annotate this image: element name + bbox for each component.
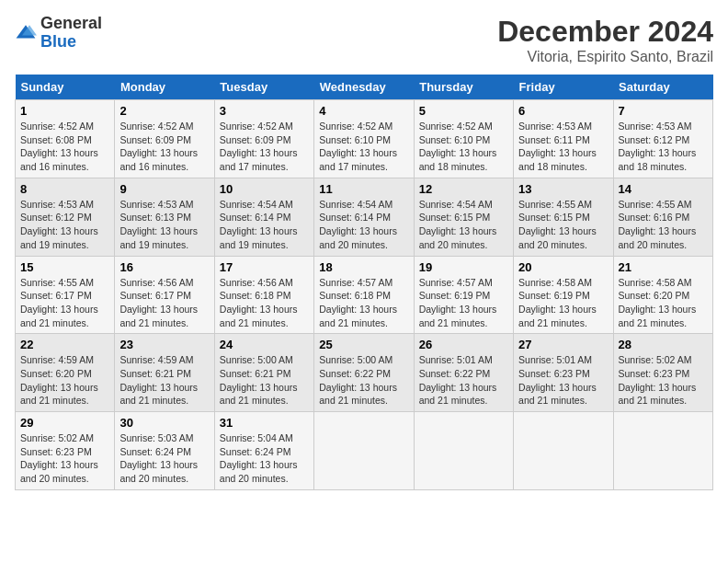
table-row: 28 Sunrise: 5:02 AM Sunset: 6:23 PM Dayl… xyxy=(613,334,712,412)
table-row: 7 Sunrise: 4:53 AM Sunset: 6:12 PM Dayli… xyxy=(613,100,712,178)
day-number: 8 xyxy=(20,182,109,196)
day-info: Sunrise: 4:57 AM Sunset: 6:19 PM Dayligh… xyxy=(419,277,497,328)
day-number: 18 xyxy=(319,260,408,274)
day-info: Sunrise: 4:52 AM Sunset: 6:10 PM Dayligh… xyxy=(319,121,397,172)
day-number: 9 xyxy=(119,182,209,196)
location: Vitoria, Espirito Santo, Brazil xyxy=(497,49,713,65)
table-row: 27 Sunrise: 5:01 AM Sunset: 6:23 PM Dayl… xyxy=(514,334,613,412)
day-number: 14 xyxy=(619,182,708,196)
day-number: 26 xyxy=(419,338,508,351)
table-row: 29 Sunrise: 5:02 AM Sunset: 6:23 PM Dayl… xyxy=(16,412,115,490)
day-number: 6 xyxy=(518,104,608,118)
day-info: Sunrise: 4:52 AM Sunset: 6:09 PM Dayligh… xyxy=(119,121,198,172)
table-row: 23 Sunrise: 4:59 AM Sunset: 6:21 PM Dayl… xyxy=(115,334,214,412)
day-info: Sunrise: 5:00 AM Sunset: 6:21 PM Dayligh… xyxy=(220,354,298,406)
day-number: 19 xyxy=(419,260,508,274)
table-row: 18 Sunrise: 4:57 AM Sunset: 6:18 PM Dayl… xyxy=(314,256,414,334)
logo-icon xyxy=(15,22,37,44)
header-thursday: Thursday xyxy=(414,75,513,100)
day-info: Sunrise: 4:52 AM Sunset: 6:09 PM Dayligh… xyxy=(220,121,298,172)
day-number: 10 xyxy=(220,182,309,196)
header-monday: Monday xyxy=(115,75,214,100)
table-row: 13 Sunrise: 4:55 AM Sunset: 6:15 PM Dayl… xyxy=(514,178,613,256)
day-info: Sunrise: 4:57 AM Sunset: 6:18 PM Dayligh… xyxy=(319,277,397,328)
logo: General Blue xyxy=(15,15,102,52)
table-row: 3 Sunrise: 4:52 AM Sunset: 6:09 PM Dayli… xyxy=(214,100,313,178)
title-block: December 2024 Vitoria, Espirito Santo, B… xyxy=(497,15,713,65)
day-number: 30 xyxy=(119,416,209,430)
day-info: Sunrise: 5:02 AM Sunset: 6:23 PM Dayligh… xyxy=(20,432,98,484)
table-row: 22 Sunrise: 4:59 AM Sunset: 6:20 PM Dayl… xyxy=(16,334,115,412)
day-number: 1 xyxy=(20,104,109,118)
day-info: Sunrise: 5:04 AM Sunset: 6:24 PM Dayligh… xyxy=(220,432,298,484)
day-info: Sunrise: 4:56 AM Sunset: 6:18 PM Dayligh… xyxy=(220,277,298,328)
logo-blue-text: Blue xyxy=(40,32,76,51)
table-row: 6 Sunrise: 4:53 AM Sunset: 6:11 PM Dayli… xyxy=(514,100,613,178)
day-info: Sunrise: 5:02 AM Sunset: 6:23 PM Dayligh… xyxy=(619,354,697,406)
table-row: 12 Sunrise: 4:54 AM Sunset: 6:15 PM Dayl… xyxy=(414,178,513,256)
day-info: Sunrise: 4:55 AM Sunset: 6:16 PM Dayligh… xyxy=(619,199,697,250)
calendar-header-row: Sunday Monday Tuesday Wednesday Thursday… xyxy=(16,75,713,100)
month-title: December 2024 xyxy=(497,15,713,49)
calendar-week-row: 15 Sunrise: 4:55 AM Sunset: 6:17 PM Dayl… xyxy=(16,256,713,334)
day-info: Sunrise: 4:56 AM Sunset: 6:17 PM Dayligh… xyxy=(119,277,198,328)
day-number: 21 xyxy=(619,260,708,274)
day-info: Sunrise: 5:03 AM Sunset: 6:24 PM Dayligh… xyxy=(119,432,198,484)
table-row: 9 Sunrise: 4:53 AM Sunset: 6:13 PM Dayli… xyxy=(115,178,214,256)
header-sunday: Sunday xyxy=(16,75,115,100)
day-number: 27 xyxy=(518,338,608,351)
day-info: Sunrise: 5:00 AM Sunset: 6:22 PM Dayligh… xyxy=(319,354,397,406)
table-row: 19 Sunrise: 4:57 AM Sunset: 6:19 PM Dayl… xyxy=(414,256,513,334)
day-info: Sunrise: 4:54 AM Sunset: 6:15 PM Dayligh… xyxy=(419,199,497,250)
table-row: 11 Sunrise: 4:54 AM Sunset: 6:14 PM Dayl… xyxy=(314,178,414,256)
day-number: 11 xyxy=(319,182,408,196)
header-wednesday: Wednesday xyxy=(314,75,414,100)
day-number: 7 xyxy=(619,104,708,118)
header-saturday: Saturday xyxy=(613,75,712,100)
header-tuesday: Tuesday xyxy=(214,75,313,100)
table-row: 24 Sunrise: 5:00 AM Sunset: 6:21 PM Dayl… xyxy=(214,334,313,412)
day-info: Sunrise: 4:55 AM Sunset: 6:15 PM Dayligh… xyxy=(518,199,597,250)
table-row: 17 Sunrise: 4:56 AM Sunset: 6:18 PM Dayl… xyxy=(214,256,313,334)
calendar-week-row: 29 Sunrise: 5:02 AM Sunset: 6:23 PM Dayl… xyxy=(16,412,713,490)
day-number: 22 xyxy=(20,338,109,351)
table-row: 14 Sunrise: 4:55 AM Sunset: 6:16 PM Dayl… xyxy=(613,178,712,256)
logo-text: General Blue xyxy=(40,15,102,52)
day-info: Sunrise: 4:53 AM Sunset: 6:13 PM Dayligh… xyxy=(119,199,198,250)
day-number: 23 xyxy=(119,338,209,351)
table-row: 31 Sunrise: 5:04 AM Sunset: 6:24 PM Dayl… xyxy=(214,412,313,490)
table-row: 8 Sunrise: 4:53 AM Sunset: 6:12 PM Dayli… xyxy=(16,178,115,256)
day-number: 17 xyxy=(220,260,309,274)
day-number: 4 xyxy=(319,104,408,118)
day-number: 24 xyxy=(220,338,309,351)
day-info: Sunrise: 4:55 AM Sunset: 6:17 PM Dayligh… xyxy=(20,277,98,328)
table-row: 21 Sunrise: 4:58 AM Sunset: 6:20 PM Dayl… xyxy=(613,256,712,334)
calendar-week-row: 22 Sunrise: 4:59 AM Sunset: 6:20 PM Dayl… xyxy=(16,334,713,412)
day-info: Sunrise: 4:52 AM Sunset: 6:10 PM Dayligh… xyxy=(419,121,497,172)
day-info: Sunrise: 4:53 AM Sunset: 6:11 PM Dayligh… xyxy=(518,121,597,172)
day-number: 29 xyxy=(20,416,109,430)
day-number: 20 xyxy=(518,260,608,274)
table-row: 1 Sunrise: 4:52 AM Sunset: 6:08 PM Dayli… xyxy=(16,100,115,178)
table-row: 2 Sunrise: 4:52 AM Sunset: 6:09 PM Dayli… xyxy=(115,100,214,178)
day-info: Sunrise: 5:01 AM Sunset: 6:22 PM Dayligh… xyxy=(419,354,497,406)
day-number: 13 xyxy=(518,182,608,196)
day-info: Sunrise: 4:54 AM Sunset: 6:14 PM Dayligh… xyxy=(319,199,397,250)
page-header: General Blue December 2024 Vitoria, Espi… xyxy=(15,15,713,65)
table-row xyxy=(414,412,513,490)
day-info: Sunrise: 4:59 AM Sunset: 6:20 PM Dayligh… xyxy=(20,354,98,406)
day-number: 25 xyxy=(319,338,408,351)
day-number: 3 xyxy=(220,104,309,118)
calendar-table: Sunday Monday Tuesday Wednesday Thursday… xyxy=(15,75,713,490)
day-info: Sunrise: 4:54 AM Sunset: 6:14 PM Dayligh… xyxy=(220,199,298,250)
day-info: Sunrise: 4:59 AM Sunset: 6:21 PM Dayligh… xyxy=(119,354,198,406)
table-row xyxy=(613,412,712,490)
day-number: 15 xyxy=(20,260,109,274)
logo-general-text: General xyxy=(40,14,102,32)
table-row: 10 Sunrise: 4:54 AM Sunset: 6:14 PM Dayl… xyxy=(214,178,313,256)
table-row: 20 Sunrise: 4:58 AM Sunset: 6:19 PM Dayl… xyxy=(514,256,613,334)
day-number: 31 xyxy=(220,416,309,430)
day-number: 5 xyxy=(419,104,508,118)
day-number: 12 xyxy=(419,182,508,196)
day-info: Sunrise: 4:52 AM Sunset: 6:08 PM Dayligh… xyxy=(20,121,98,172)
